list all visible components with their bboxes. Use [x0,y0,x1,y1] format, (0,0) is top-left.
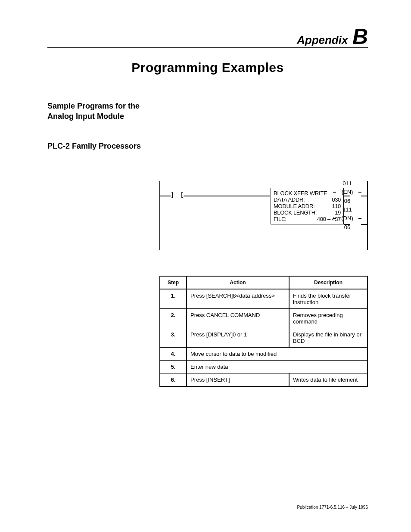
cell-step: 2. [160,308,187,328]
col-description: Description [289,276,367,289]
appendix-letter: B [350,25,368,49]
rung-wire [361,196,367,196]
output-column: 011 (EN) 06 111 (DN) 06 [337,180,358,231]
rung-wire [361,224,367,225]
right-rail [367,181,368,250]
dn-label: DN [343,215,352,221]
cell-action: Press [SEARCH]8<data address> [187,289,289,309]
en-label: EN [343,189,351,195]
cell-description: Writes data to file element [289,373,367,386]
en-coil: (EN) [337,189,358,196]
cell-action: Press CANCEL COMMAND [187,308,289,328]
section-heading-line2: Analog Input Module [47,112,124,121]
table-row: 1. Press [SEARCH]8<data address> Finds t… [160,289,367,309]
publication-footer: Publication 1771-6.5.116 – July 1996 [297,505,368,510]
contact-open-right: ] [171,191,174,198]
rung-wire [160,196,171,196]
dn-bit: 06 [337,224,358,231]
block-row-label: DATA ADDR: [274,196,305,203]
col-action: Action [187,276,289,289]
block-row-label: MODULE ADDR: [274,203,314,209]
table-row: 5. Enter new data [160,360,367,373]
cell-step: 1. [160,289,187,309]
cell-description: Removes preceding command [289,308,367,328]
table-row: 4. Move cursor to data to be modified [160,347,367,360]
appendix-label: Appendix [297,34,348,47]
block-row-label: BLOCK LENGTH: [274,209,317,216]
cell-description: Displays the file in binary or BCD [289,328,367,347]
cell-step: 4. [160,347,187,360]
cell-action: Press [DISPLAY]0 or 1 [187,328,289,347]
cell-description: Finds the block transfer instruction [289,289,367,309]
rung-wire [184,196,270,196]
en-bit: 06 [337,198,358,205]
table-row: 3. Press [DISPLAY]0 or 1 Displays the fi… [160,328,367,347]
en-address: 011 [337,180,358,187]
block-row-label: FILE: [274,216,286,222]
contact-open-left: [ [180,191,184,198]
table-row: 6. Press [INSERT] Writes data to file el… [160,373,367,386]
subheading: PLC-2 Family Processors [47,142,368,151]
cell-step: 6. [160,373,187,386]
appendix-header: Appendix B [47,26,368,48]
table-row: 2. Press CANCEL COMMAND Removes precedin… [160,308,367,328]
ladder-diagram: ] [ BLOCK XFER WRITE DATA ADDR:030 MODUL… [159,181,368,250]
left-rail [159,181,160,250]
page-title: Programming Examples [47,60,368,75]
cell-action: Enter new data [187,360,367,373]
dn-address: 111 [337,206,358,213]
steps-table: Step Action Description 1. Press [SEARCH… [159,276,368,387]
section-heading: Sample Programs for the Analog Input Mod… [47,101,368,122]
section-heading-line1: Sample Programs for the [47,102,140,110]
col-step: Step [160,276,187,289]
cell-step: 5. [160,360,187,373]
cell-action: Press [INSERT] [187,373,289,386]
dn-coil: (DN) [337,215,358,222]
cell-action: Move cursor to data to be modified [187,347,367,360]
block-title: BLOCK XFER WRITE [274,190,341,196]
cell-step: 3. [160,328,187,347]
